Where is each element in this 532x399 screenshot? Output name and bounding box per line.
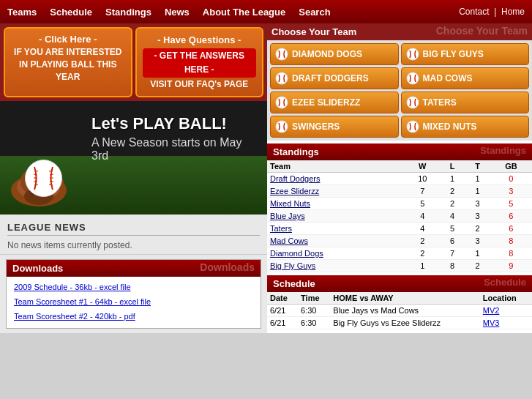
standings-col-w: W xyxy=(405,160,440,173)
team-ball-icon xyxy=(275,96,288,109)
table-row[interactable]: 6/216:30Big Fly Guys vs Ezee SliderzzMV3 xyxy=(267,317,532,329)
team-ball-icon xyxy=(275,48,288,61)
league-news-content: No news items currently posted. xyxy=(7,240,260,250)
nav-teams[interactable]: Teams xyxy=(7,7,37,18)
table-cell[interactable]: MV2 xyxy=(480,305,532,317)
table-cell[interactable]: Draft Dodgers xyxy=(267,173,405,185)
download-item-2[interactable]: Team Scoresheet #2 - 420kb - pdf xyxy=(14,310,253,324)
table-row[interactable]: 6/216:30Blue Jays vs Mad CowsMV2 xyxy=(267,305,532,317)
table-cell: 1 xyxy=(405,260,440,272)
svg-point-24 xyxy=(407,97,419,108)
table-cell: 7 xyxy=(440,247,465,260)
choose-team-watermark: Choose Your Team xyxy=(436,25,528,37)
table-cell: Big Fly Guys vs Ezee Sliderzz xyxy=(330,317,479,329)
team-draft-dodgers[interactable]: DRAFT DODGERS xyxy=(270,67,399,89)
table-cell: 3 xyxy=(465,235,490,247)
table-cell: 2 xyxy=(465,223,490,235)
svg-point-8 xyxy=(26,160,62,197)
team-ball-icon xyxy=(406,120,419,133)
nav-contact[interactable]: Contact xyxy=(459,7,489,17)
questions-top: - Have Questions - xyxy=(143,33,257,48)
questions-answer: - GET THE ANSWERS HERE - xyxy=(143,48,257,78)
table-row[interactable]: Big Fly Guys1829 xyxy=(267,260,532,272)
table-cell: 1 xyxy=(440,173,465,185)
schedule-col-date: Date xyxy=(267,292,298,305)
download-item-1[interactable]: Team Scoresheet #1 - 64kb - excel file xyxy=(14,295,253,310)
download-item-0[interactable]: 2009 Schedule - 36kb - excel file xyxy=(14,280,253,295)
table-cell: 4 xyxy=(405,210,440,223)
table-cell[interactable]: Diamond Dogs xyxy=(267,247,405,260)
table-row[interactable]: Diamond Dogs2718 xyxy=(267,247,532,260)
nav-about[interactable]: About The League xyxy=(203,7,285,18)
team-ezee-sliderzz[interactable]: EZEE SLIDERZZ xyxy=(270,92,399,113)
hero-headline: Let's PLAY BALL! xyxy=(91,114,252,133)
nav-search[interactable]: Search xyxy=(299,7,330,18)
table-cell: 1 xyxy=(465,247,490,260)
nav-standings[interactable]: Standings xyxy=(105,7,151,18)
table-cell[interactable]: Ezee Sliderzz xyxy=(267,185,405,198)
table-cell: 2 xyxy=(440,198,465,210)
right-column: Choose Your Team Choose Your Team DIAMON… xyxy=(267,23,532,333)
table-cell[interactable]: Big Fly Guys xyxy=(267,260,405,272)
table-cell[interactable]: Mad Cows xyxy=(267,235,405,247)
table-cell: 6:30 xyxy=(298,305,330,317)
table-row[interactable]: Mixed Nuts5235 xyxy=(267,198,532,210)
standings-table: Team W L T GB Draft Dodgers10110Ezee Sli… xyxy=(267,160,532,272)
team-name: TATERS xyxy=(423,97,457,108)
table-cell: 9 xyxy=(490,260,532,272)
table-cell: 5 xyxy=(440,223,465,235)
table-row[interactable]: Mad Cows2638 xyxy=(267,235,532,247)
team-big-fly-guys[interactable]: BIG FLY GUYS xyxy=(401,43,530,65)
click-here-top: - Click Here - xyxy=(11,33,125,46)
table-cell: 6 xyxy=(440,235,465,247)
hero-text: Let's PLAY BALL! A New Season starts on … xyxy=(91,114,252,163)
schedule-col-matchup: HOME vs AWAY xyxy=(330,292,479,305)
table-row[interactable]: Draft Dodgers10110 xyxy=(267,173,532,185)
team-diamond-dogs[interactable]: DIAMOND DOGS xyxy=(270,43,399,65)
nav-home[interactable]: Home xyxy=(501,7,525,17)
schedule-col-time: Time xyxy=(298,292,330,305)
team-ball-icon xyxy=(275,120,288,133)
nav-news[interactable]: News xyxy=(165,7,190,18)
table-cell: 2 xyxy=(405,247,440,260)
table-cell[interactable]: Mixed Nuts xyxy=(267,198,405,210)
league-news-heading: LEAGUE NEWS xyxy=(7,222,260,236)
table-cell: 6/21 xyxy=(267,317,298,329)
team-mad-cows[interactable]: MAD COWS xyxy=(401,67,530,89)
table-cell[interactable]: Taters xyxy=(267,223,405,235)
table-cell: 2 xyxy=(440,185,465,198)
team-mixed-nuts[interactable]: MIXED NUTS xyxy=(401,116,530,138)
schedule-table: Date Time HOME vs AWAY Location 6/216:30… xyxy=(267,292,532,329)
schedule-section: Schedule Schedule Date Time HOME vs AWAY… xyxy=(267,275,532,329)
click-here-button[interactable]: - Click Here - IF YOU ARE INTERESTED IN … xyxy=(4,27,132,97)
nav-schedule[interactable]: Schedule xyxy=(50,7,92,18)
table-cell: 2 xyxy=(405,235,440,247)
table-cell: 5 xyxy=(490,198,532,210)
team-taters[interactable]: TATERS xyxy=(401,92,530,113)
svg-point-20 xyxy=(407,48,419,60)
downloads-list: 2009 Schedule - 36kb - excel file Team S… xyxy=(7,277,261,327)
table-row[interactable]: Ezee Sliderzz7213 xyxy=(267,185,532,198)
team-name: BIG FLY GUYS xyxy=(423,49,484,59)
table-cell: 8 xyxy=(490,247,532,260)
table-cell: 8 xyxy=(440,260,465,272)
league-news-section: LEAGUE NEWS No news items currently post… xyxy=(0,215,267,255)
choose-team-section: Choose Your Team Choose Your Team xyxy=(267,23,532,40)
table-cell[interactable]: Blue Jays xyxy=(267,210,405,223)
table-row[interactable]: Taters4526 xyxy=(267,223,532,235)
table-cell[interactable]: MV3 xyxy=(480,317,532,329)
table-cell: 6 xyxy=(490,223,532,235)
table-cell: 0 xyxy=(490,173,532,185)
have-questions-button[interactable]: - Have Questions - - GET THE ANSWERS HER… xyxy=(135,27,264,97)
table-row[interactable]: Blue Jays4436 xyxy=(267,210,532,223)
table-cell: 1 xyxy=(465,185,490,198)
team-swingers[interactable]: SWINGERS xyxy=(270,116,399,138)
downloads-section: Downloads Downloads 2009 Schedule - 36kb… xyxy=(6,259,261,328)
svg-point-19 xyxy=(276,48,288,60)
svg-point-25 xyxy=(276,121,288,133)
table-cell: 6 xyxy=(490,210,532,223)
team-ball-icon xyxy=(406,72,419,85)
click-here-body: IF YOU ARE INTERESTED IN PLAYING BALL TH… xyxy=(11,46,125,83)
svg-point-22 xyxy=(407,72,419,84)
table-cell: 3 xyxy=(465,210,490,223)
